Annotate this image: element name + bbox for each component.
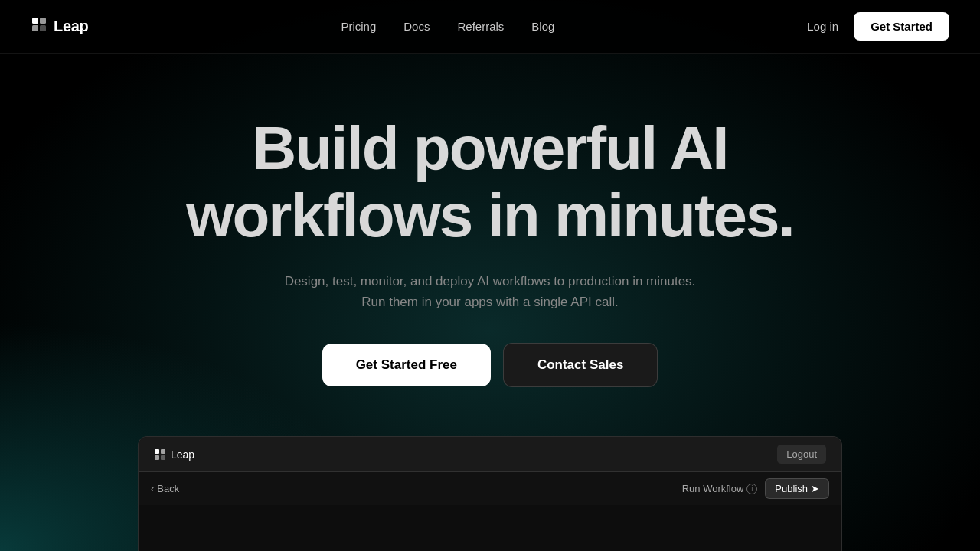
navbar: Leap Pricing Docs Referrals Blog Log in … (0, 0, 980, 54)
send-icon: ➤ (811, 483, 819, 494)
hero-title: Build powerful AI workflows in minutes. (186, 115, 794, 249)
preview-actions: Run Workflow i Publish ➤ (682, 478, 829, 499)
preview-toolbar: ‹ Back Run Workflow i Publish ➤ (139, 472, 841, 505)
logo-text: Leap (54, 18, 88, 35)
back-label: Back (157, 483, 179, 494)
nav-pricing[interactable]: Pricing (341, 20, 376, 33)
svg-rect-5 (161, 449, 165, 454)
nav-referrals[interactable]: Referrals (457, 20, 504, 33)
hero-title-line2: workflows in minutes. (186, 181, 794, 249)
publish-button[interactable]: Publish ➤ (765, 478, 829, 499)
nav-docs[interactable]: Docs (403, 20, 430, 33)
back-button[interactable]: ‹ Back (151, 483, 179, 494)
login-link[interactable]: Log in (807, 20, 838, 33)
svg-rect-2 (32, 25, 38, 31)
back-chevron-icon: ‹ (151, 483, 154, 494)
logo-icon (31, 16, 47, 37)
contact-sales-button[interactable]: Contact Sales (503, 343, 658, 387)
preview-logo: Leap (154, 448, 194, 461)
hero-subtitle-line2: Run them in your apps with a single API … (361, 295, 618, 309)
preview-logo-text: Leap (171, 448, 194, 461)
preview-header: Leap Logout (139, 437, 841, 472)
hero-subtitle-line1: Design, test, monitor, and deploy AI wor… (285, 274, 696, 289)
nav-blog[interactable]: Blog (531, 20, 554, 33)
nav-links: Pricing Docs Referrals Blog (341, 20, 554, 33)
get-started-free-button[interactable]: Get Started Free (322, 344, 491, 386)
preview-content (139, 505, 841, 551)
preview-logo-icon (154, 448, 166, 461)
run-workflow-label: Run Workflow (682, 483, 744, 494)
hero-section: Build powerful AI workflows in minutes. … (0, 54, 980, 387)
svg-rect-1 (40, 18, 46, 24)
logout-button[interactable]: Logout (777, 445, 826, 464)
svg-rect-7 (161, 455, 165, 460)
publish-label: Publish (775, 483, 808, 494)
hero-title-line1: Build powerful AI (253, 114, 728, 182)
hero-subtitle: Design, test, monitor, and deploy AI wor… (285, 271, 696, 312)
svg-rect-4 (155, 449, 159, 454)
preview-card: Leap Logout ‹ Back Run Workflow i Publis… (138, 436, 842, 551)
hero-buttons: Get Started Free Contact Sales (322, 343, 658, 387)
svg-rect-6 (155, 455, 159, 460)
svg-rect-0 (32, 18, 38, 24)
info-icon: i (746, 484, 757, 494)
get-started-nav-button[interactable]: Get Started (854, 12, 949, 41)
svg-rect-3 (40, 25, 46, 31)
run-workflow-area: Run Workflow i (682, 483, 758, 494)
logo[interactable]: Leap (31, 16, 88, 37)
nav-right: Log in Get Started (807, 12, 949, 41)
